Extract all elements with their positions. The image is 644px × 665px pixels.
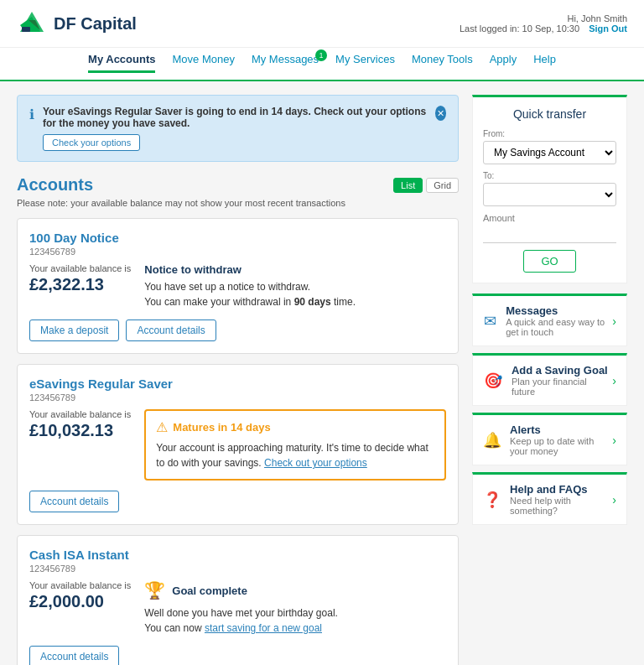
accounts-header: Accounts List Grid bbox=[17, 175, 459, 195]
sign-out-link[interactable]: Sign Out bbox=[589, 23, 627, 34]
account-card-esavings: eSavings Regular Saver 123456789 Your av… bbox=[17, 364, 459, 525]
nav-money-tools[interactable]: Money Tools bbox=[412, 48, 473, 73]
last-logged: Last logged in: 10 Sep, 10:30 bbox=[460, 23, 579, 34]
account-number: 123456789 bbox=[29, 247, 446, 257]
df-capital-logo-icon bbox=[17, 8, 47, 39]
info-icon: ℹ bbox=[29, 107, 34, 122]
goal-text: Well done you have met your birthday goa… bbox=[144, 605, 446, 636]
list-view-button[interactable]: List bbox=[393, 178, 423, 193]
balance-label: Your available balance is bbox=[29, 580, 131, 590]
sidebar-item-title: Alerts bbox=[510, 423, 612, 436]
sidebar-item-subtitle: Plan your financial future bbox=[512, 377, 612, 397]
nav-my-accounts[interactable]: My Accounts bbox=[88, 48, 155, 73]
maturity-header: ⚠ Matures in 14 days bbox=[156, 419, 434, 435]
notice-text: You have set up a notice to withdraw. Yo… bbox=[144, 279, 446, 309]
sidebar-item-subtitle: A quick and easy way to get in touch bbox=[506, 317, 612, 337]
account-balance-section: Your available balance is £10,032.13 bbox=[29, 409, 131, 440]
user-greeting: Hi, John Smith bbox=[567, 13, 627, 23]
messages-icon: ✉ bbox=[483, 312, 497, 330]
logo: DF Capital bbox=[17, 8, 137, 39]
amount-input[interactable] bbox=[483, 226, 616, 243]
sidebar-item-title: Add a Saving Goal bbox=[512, 364, 612, 377]
goal-title: Goal complete bbox=[172, 584, 247, 597]
balance-amount: £2,000.00 bbox=[29, 592, 131, 611]
alerts-icon: 🔔 bbox=[483, 431, 501, 449]
account-actions: Account details bbox=[29, 646, 446, 665]
nav-my-services[interactable]: My Services bbox=[335, 48, 395, 73]
to-account-select[interactable] bbox=[483, 183, 616, 206]
account-name: 100 Day Notice bbox=[29, 231, 446, 245]
notice-box: Notice to withdraw You have set up a not… bbox=[144, 263, 446, 309]
go-section: GO bbox=[483, 250, 616, 273]
sidebar-messages[interactable]: ✉ Messages A quick and easy way to get i… bbox=[472, 294, 627, 346]
nav-my-messages[interactable]: My Messages 1 bbox=[252, 48, 319, 73]
account-card-100-day-notice: 100 Day Notice 123456789 Your available … bbox=[17, 218, 459, 354]
maturity-check-options-link[interactable]: Check out your options bbox=[264, 457, 367, 469]
sidebar-item-title: Messages bbox=[506, 304, 612, 317]
grid-view-button[interactable]: Grid bbox=[426, 178, 459, 193]
notice-title: Notice to withdraw bbox=[144, 263, 446, 276]
help-icon: ❓ bbox=[483, 491, 501, 509]
quick-transfer-panel: Quick transfer From: My Savings Account … bbox=[472, 95, 627, 283]
arrow-icon: › bbox=[612, 493, 616, 507]
maturity-warning-icon: ⚠ bbox=[156, 419, 168, 435]
maturity-title: Matures in 14 days bbox=[173, 421, 270, 434]
balance-label: Your available balance is bbox=[29, 263, 131, 273]
right-column: Quick transfer From: My Savings Account … bbox=[472, 95, 627, 665]
sidebar-item-subtitle: Need help with something? bbox=[510, 496, 612, 516]
to-label: To: bbox=[483, 171, 616, 180]
header: DF Capital Hi, John Smith Last logged in… bbox=[0, 0, 644, 48]
sidebar-alerts[interactable]: 🔔 Alerts Keep up to date with your money… bbox=[472, 413, 627, 465]
logo-text: DF Capital bbox=[54, 14, 137, 34]
header-user-info: Hi, John Smith Last logged in: 10 Sep, 1… bbox=[460, 13, 627, 34]
sidebar-saving-goal[interactable]: 🎯 Add a Saving Goal Plan your financial … bbox=[472, 353, 627, 406]
nav-apply[interactable]: Apply bbox=[490, 48, 517, 73]
account-actions: Make a deposit Account details bbox=[29, 320, 446, 341]
account-name: eSavings Regular Saver bbox=[29, 377, 446, 391]
account-number: 123456789 bbox=[29, 564, 446, 574]
account-body: Your available balance is £2,000.00 🏆 Go… bbox=[29, 580, 446, 636]
main-nav: My Accounts Move Money My Messages 1 My … bbox=[0, 48, 644, 81]
sidebar-item-title: Help and FAQs bbox=[510, 483, 612, 496]
sidebar-item-subtitle: Keep up to date with your money bbox=[510, 436, 612, 456]
balance-amount: £10,032.13 bbox=[29, 421, 131, 440]
check-options-button[interactable]: Check your options bbox=[43, 134, 140, 151]
nav-move-money[interactable]: Move Money bbox=[172, 48, 234, 73]
account-balance-section: Your available balance is £2,322.13 bbox=[29, 263, 131, 294]
sidebar-item-left: ❓ Help and FAQs Need help with something… bbox=[483, 483, 612, 516]
quick-transfer-title: Quick transfer bbox=[483, 107, 616, 121]
sidebar-item-left: 🔔 Alerts Keep up to date with your money bbox=[483, 423, 612, 456]
from-account-select[interactable]: My Savings Account bbox=[483, 141, 616, 164]
account-details-button[interactable]: Account details bbox=[29, 491, 119, 512]
arrow-icon: › bbox=[612, 374, 616, 387]
sidebar-help-faqs[interactable]: ❓ Help and FAQs Need help with something… bbox=[472, 472, 627, 525]
maturity-text: Your account is approaching maturity. It… bbox=[156, 440, 434, 470]
start-saving-link[interactable]: start saving for a new goal bbox=[205, 622, 322, 634]
account-card-cash-isa: Cash ISA Instant 123456789 Your availabl… bbox=[17, 535, 459, 665]
view-toggle: List Grid bbox=[393, 178, 459, 193]
banner-content: ℹ Your eSavings Regular Saver is going t… bbox=[29, 106, 435, 151]
goal-section: 🏆 Goal complete Well done you have met y… bbox=[144, 580, 446, 636]
maturity-section: ⚠ Matures in 14 days Your account is app… bbox=[144, 409, 446, 481]
account-body: Your available balance is £2,322.13 Noti… bbox=[29, 263, 446, 309]
make-deposit-button[interactable]: Make a deposit bbox=[29, 320, 119, 341]
svg-rect-2 bbox=[22, 27, 30, 32]
messages-badge: 1 bbox=[315, 49, 327, 61]
from-label: From: bbox=[483, 129, 616, 138]
balance-label: Your available balance is bbox=[29, 409, 131, 419]
banner-close-button[interactable]: ✕ bbox=[435, 106, 446, 121]
sidebar-item-left: 🎯 Add a Saving Goal Plan your financial … bbox=[483, 364, 612, 397]
accounts-note: Please note: your available balance may … bbox=[17, 198, 459, 208]
goal-icon: 🎯 bbox=[483, 371, 503, 390]
nav-help[interactable]: Help bbox=[533, 48, 556, 73]
notification-banner: ℹ Your eSavings Regular Saver is going t… bbox=[17, 95, 459, 162]
arrow-icon: › bbox=[612, 434, 616, 447]
account-details-button[interactable]: Account details bbox=[126, 320, 216, 341]
account-details-button[interactable]: Account details bbox=[29, 646, 119, 665]
banner-text: Your eSavings Regular Saver is going to … bbox=[43, 106, 435, 129]
main-content: ℹ Your eSavings Regular Saver is going t… bbox=[0, 81, 644, 665]
account-actions: Account details bbox=[29, 491, 446, 512]
maturity-box: ⚠ Matures in 14 days Your account is app… bbox=[144, 409, 446, 481]
arrow-icon: › bbox=[612, 314, 616, 328]
go-button[interactable]: GO bbox=[523, 250, 575, 273]
